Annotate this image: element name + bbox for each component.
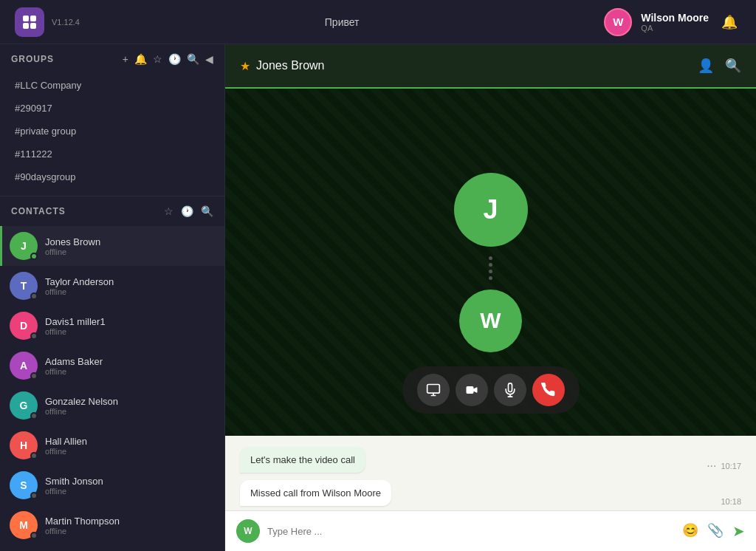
call-dot — [489, 263, 492, 267]
status-dot — [30, 452, 38, 459]
contact-info: Smith Jonson offline — [45, 476, 103, 496]
contact-avatar: H — [10, 431, 38, 459]
search-group-icon[interactable]: 🔍 — [187, 53, 199, 65]
contact-status: offline — [45, 367, 103, 376]
message-input-area: W 😊 📎 ➤ — [225, 510, 756, 551]
message-bubble: Let's make the video call — [240, 447, 365, 473]
message-more-icon[interactable]: ··· — [707, 459, 716, 473]
message-bubble: Missed call from Wilson Moore — [240, 480, 391, 506]
logo-area: V1.12.4 — [15, 7, 80, 37]
message-text: Missed call from Wilson Moore — [250, 487, 381, 499]
contact-item-hall-allien[interactable]: H Hall Allien offline — [0, 425, 224, 465]
contact-avatar: T — [10, 272, 38, 300]
svg-rect-0 — [23, 16, 29, 21]
groups-label: GROUPS — [11, 54, 117, 64]
messages-area: Let's make the video call ··· 10:17 Miss… — [225, 436, 756, 510]
contact-item-martin-thompson[interactable]: M Martin Thompson offline — [0, 505, 224, 545]
groups-header: GROUPS + 🔔 ☆ 🕐 🔍 ◀ — [0, 44, 224, 74]
main-layout: GROUPS + 🔔 ☆ 🕐 🔍 ◀ #LLC Company #290917 … — [0, 44, 756, 551]
contact-name: Jones Brown — [45, 236, 100, 247]
user-role: QA — [641, 24, 709, 32]
contact-item-adams-baker[interactable]: A Adams Baker offline — [0, 346, 224, 386]
contact-name: Hall Allien — [45, 436, 87, 447]
chat-header: ★ Jones Brown 👤 🔍 — [225, 44, 756, 89]
status-dot — [30, 372, 38, 380]
group-item[interactable]: #111222 — [7, 143, 217, 165]
group-item[interactable]: #private group — [7, 120, 217, 143]
message-input[interactable] — [267, 526, 675, 537]
chat-name: Jones Brown — [256, 59, 325, 72]
contact-status: offline — [45, 487, 103, 496]
add-group-icon[interactable]: + — [123, 53, 128, 65]
message-row: Missed call from Wilson Moore 10:18 — [240, 480, 741, 506]
contact-status: offline — [45, 327, 106, 336]
contact-avatar: M — [10, 511, 38, 539]
call-dots — [489, 256, 492, 280]
contact-name: Martin Thompson — [45, 516, 120, 527]
contact-item-gonzalez-nelson[interactable]: G Gonzalez Nelson offline — [0, 386, 224, 425]
chat-user-icon[interactable]: 👤 — [698, 58, 714, 74]
favorite-star-icon[interactable]: ★ — [240, 59, 250, 73]
contact-info: Hall Allien offline — [45, 436, 87, 456]
status-dot — [30, 532, 38, 539]
contact-status: offline — [45, 247, 100, 256]
contacts-search-icon[interactable]: 🔍 — [201, 205, 213, 217]
app-version: V1.12.4 — [52, 18, 80, 27]
contact-status: offline — [45, 407, 118, 416]
notification-group-icon[interactable]: 🔔 — [134, 53, 147, 65]
contact-list: J Jones Brown offline T Taylor Anderson … — [0, 226, 224, 551]
group-item[interactable]: #290917 — [7, 97, 217, 120]
collapse-icon[interactable]: ◀ — [205, 53, 213, 65]
video-call-area: J W — [225, 89, 756, 436]
svg-rect-2 — [23, 23, 29, 29]
status-dot — [30, 492, 38, 499]
contact-name: Adams Baker — [45, 356, 103, 367]
contacts-label: CONTACTS — [11, 206, 164, 216]
contact-status: offline — [45, 447, 87, 456]
chat-search-icon[interactable]: 🔍 — [725, 58, 741, 74]
contact-name: Smith Jonson — [45, 476, 103, 487]
contact-item-taylor-anderson[interactable]: T Taylor Anderson offline — [0, 266, 224, 306]
favorites-icon[interactable]: ☆ — [153, 53, 162, 65]
user-name: Wilson Moore — [641, 12, 709, 24]
greeting-text: Привет — [325, 16, 360, 28]
notification-bell[interactable]: 🔔 — [718, 10, 741, 34]
attachment-icon[interactable]: 📎 — [707, 522, 724, 540]
contact-name: Davis1 miller1 — [45, 316, 106, 327]
message-text: Let's make the video call — [250, 454, 355, 465]
svg-rect-4 — [427, 385, 439, 394]
contacts-clock-icon[interactable]: 🕐 — [181, 205, 193, 217]
caller-avatars: J W — [454, 173, 528, 352]
input-icons: 😊 📎 ➤ — [682, 522, 745, 540]
contact-info: Adams Baker offline — [45, 356, 103, 376]
contact-info: Taylor Anderson offline — [45, 276, 114, 296]
contact-info: Jones Brown offline — [45, 236, 100, 256]
emoji-icon[interactable]: 😊 — [682, 522, 698, 540]
contact-item-jones-brown[interactable]: J Jones Brown offline — [0, 226, 224, 266]
contact-item-smith-jonson[interactable]: S Smith Jonson offline — [0, 465, 224, 505]
contact-avatar: D — [10, 312, 38, 340]
contact-avatar: J — [10, 232, 38, 260]
group-item[interactable]: #LLC Company — [7, 74, 217, 97]
contact-name: Taylor Anderson — [45, 276, 114, 287]
group-item[interactable]: #90daysgroup — [7, 165, 217, 188]
screen-share-button[interactable] — [417, 374, 450, 406]
end-call-button[interactable] — [532, 374, 565, 406]
video-toggle-button[interactable] — [456, 374, 488, 406]
svg-rect-1 — [30, 16, 36, 21]
contact-item-davis-miller[interactable]: D Davis1 miller1 offline — [0, 306, 224, 346]
caller-j-initial: J — [483, 194, 498, 225]
contact-info: Martin Thompson offline — [45, 516, 120, 535]
contact-status: offline — [45, 287, 114, 296]
contacts-icons: ☆ 🕐 🔍 — [164, 205, 213, 217]
contact-avatar: S — [10, 471, 38, 499]
top-header: V1.12.4 Привет W Wilson Moore QA 🔔 — [0, 0, 756, 44]
chat-header-icons: 👤 🔍 — [698, 58, 741, 74]
mic-toggle-button[interactable] — [494, 374, 526, 406]
status-dot — [30, 253, 38, 260]
clock-icon[interactable]: 🕐 — [168, 53, 181, 65]
contact-avatar: G — [10, 391, 38, 420]
contacts-favorites-icon[interactable]: ☆ — [164, 205, 173, 217]
send-button[interactable]: ➤ — [732, 522, 745, 540]
caller-j-avatar: J — [454, 173, 528, 247]
